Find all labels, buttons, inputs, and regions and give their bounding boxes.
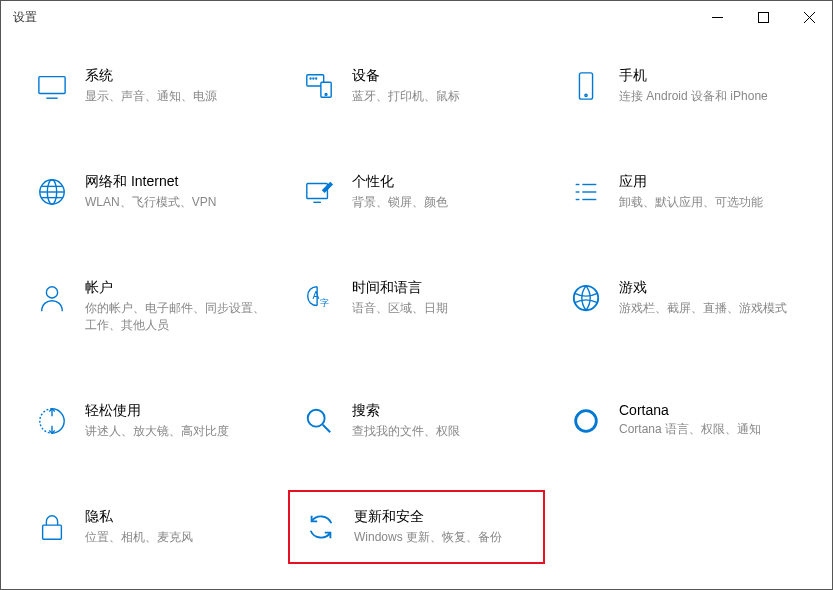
- tile-title: 更新和安全: [354, 508, 539, 526]
- tile-gaming[interactable]: 游戏 游戏栏、截屏、直播、游戏模式: [555, 275, 812, 338]
- tile-desc: 显示、声音、通知、电源: [85, 88, 274, 105]
- tile-ease[interactable]: 轻松使用 讲述人、放大镜、高对比度: [21, 398, 278, 444]
- svg-rect-12: [579, 73, 592, 99]
- settings-grid: 系统 显示、声音、通知、电源 设备 蓝牙、打印机、鼠标 手机: [21, 63, 812, 550]
- tile-desc: 蓝牙、打印机、鼠标: [352, 88, 541, 105]
- window-title: 设置: [13, 9, 37, 26]
- tile-desc: 语音、区域、日期: [352, 300, 541, 317]
- tile-title: 隐私: [85, 508, 274, 526]
- svg-text:字: 字: [320, 298, 329, 308]
- tile-title: 游戏: [619, 279, 808, 297]
- gaming-icon: [567, 279, 605, 317]
- tile-cortana[interactable]: Cortana Cortana 语言、权限、通知: [555, 398, 812, 444]
- update-icon: [302, 508, 340, 546]
- svg-point-13: [585, 94, 587, 96]
- svg-point-7: [310, 78, 311, 79]
- tile-desc: 位置、相机、麦克风: [85, 529, 274, 546]
- svg-rect-34: [43, 525, 62, 539]
- svg-point-33: [576, 410, 597, 431]
- close-button[interactable]: [786, 1, 832, 33]
- svg-rect-4: [39, 77, 65, 94]
- tile-title: 系统: [85, 67, 274, 85]
- close-icon: [804, 12, 815, 23]
- tile-update[interactable]: 更新和安全 Windows 更新、恢复、备份: [288, 490, 545, 564]
- minimize-button[interactable]: [694, 1, 740, 33]
- tile-desc: 卸载、默认应用、可选功能: [619, 194, 808, 211]
- tile-desc: 讲述人、放大镜、高对比度: [85, 423, 274, 440]
- tile-title: 个性化: [352, 173, 541, 191]
- tile-title: 时间和语言: [352, 279, 541, 297]
- tile-time[interactable]: A字 时间和语言 语音、区域、日期: [288, 275, 545, 338]
- ease-icon: [33, 402, 71, 440]
- svg-point-8: [313, 78, 314, 79]
- tile-desc: Windows 更新、恢复、备份: [354, 529, 539, 546]
- svg-point-27: [46, 287, 57, 298]
- settings-window: 设置 系统 显示、声音、通知、电源: [0, 0, 833, 590]
- tile-privacy[interactable]: 隐私 位置、相机、麦克风: [21, 504, 278, 550]
- apps-icon: [567, 173, 605, 211]
- tile-apps[interactable]: 应用 卸载、默认应用、可选功能: [555, 169, 812, 215]
- personalization-icon: [300, 173, 338, 211]
- phone-icon: [567, 67, 605, 105]
- tile-title: 轻松使用: [85, 402, 274, 420]
- tile-accounts[interactable]: 帐户 你的帐户、电子邮件、同步设置、工作、其他人员: [21, 275, 278, 338]
- privacy-icon: [33, 508, 71, 546]
- tile-desc: WLAN、飞行模式、VPN: [85, 194, 274, 211]
- svg-text:A: A: [312, 290, 319, 301]
- tile-desc: 你的帐户、电子邮件、同步设置、工作、其他人员: [85, 300, 274, 334]
- maximize-icon: [758, 12, 769, 23]
- tile-title: 搜索: [352, 402, 541, 420]
- svg-rect-1: [758, 12, 768, 22]
- minimize-icon: [712, 12, 723, 23]
- tile-title: 帐户: [85, 279, 274, 297]
- tile-system[interactable]: 系统 显示、声音、通知、电源: [21, 63, 278, 109]
- tile-phone[interactable]: 手机 连接 Android 设备和 iPhone: [555, 63, 812, 109]
- devices-icon: [300, 67, 338, 105]
- tile-search[interactable]: 搜索 查找我的文件、权限: [288, 398, 545, 444]
- tile-devices[interactable]: 设备 蓝牙、打印机、鼠标: [288, 63, 545, 109]
- settings-content: 系统 显示、声音、通知、电源 设备 蓝牙、打印机、鼠标 手机: [1, 33, 832, 589]
- tile-desc: 背景、锁屏、颜色: [352, 194, 541, 211]
- search-icon: [300, 402, 338, 440]
- cortana-icon: [567, 402, 605, 440]
- network-icon: [33, 173, 71, 211]
- tile-desc: 连接 Android 设备和 iPhone: [619, 88, 808, 105]
- tile-personalization[interactable]: 个性化 背景、锁屏、颜色: [288, 169, 545, 215]
- svg-point-31: [308, 409, 325, 426]
- svg-line-32: [323, 424, 331, 432]
- tile-desc: 查找我的文件、权限: [352, 423, 541, 440]
- tile-title: 应用: [619, 173, 808, 191]
- tile-desc: 游戏栏、截屏、直播、游戏模式: [619, 300, 808, 317]
- tile-desc: Cortana 语言、权限、通知: [619, 421, 808, 438]
- maximize-button[interactable]: [740, 1, 786, 33]
- accounts-icon: [33, 279, 71, 317]
- tile-title: 手机: [619, 67, 808, 85]
- system-icon: [33, 67, 71, 105]
- tile-title: 网络和 Internet: [85, 173, 274, 191]
- titlebar: 设置: [1, 1, 832, 33]
- window-controls: [694, 1, 832, 33]
- tile-title: Cortana: [619, 402, 808, 418]
- tile-network[interactable]: 网络和 Internet WLAN、飞行模式、VPN: [21, 169, 278, 215]
- svg-point-9: [316, 78, 317, 79]
- tile-title: 设备: [352, 67, 541, 85]
- time-icon: A字: [300, 279, 338, 317]
- svg-point-30: [574, 286, 598, 310]
